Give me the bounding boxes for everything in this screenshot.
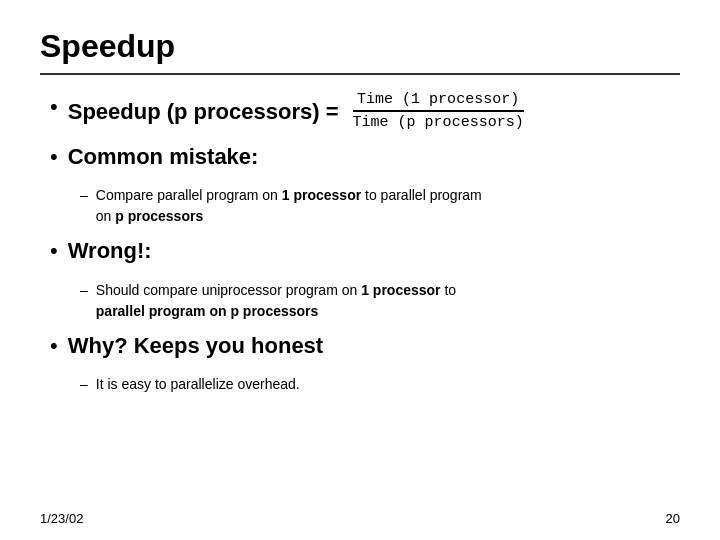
bullet-wrong: • Wrong!: bbox=[50, 237, 680, 266]
formula-denominator: Time (p processors) bbox=[353, 114, 524, 131]
slide: Speedup • Speedup (p processors) = Time … bbox=[0, 0, 720, 540]
sub-dash-3: – bbox=[80, 374, 88, 395]
slide-title: Speedup bbox=[40, 28, 680, 65]
should-compare-text: Should compare uniprocessor program on 1… bbox=[96, 280, 456, 322]
bullet-common-mistake: • Common mistake: bbox=[50, 143, 680, 172]
sub-bullet-should-compare: – Should compare uniprocessor program on… bbox=[80, 280, 680, 322]
common-mistake-text: Common mistake: bbox=[68, 143, 259, 172]
slide-footer: 1/23/02 20 bbox=[40, 511, 680, 526]
bullet-why: • Why? Keeps you honest bbox=[50, 332, 680, 361]
bullet-speedup-definition: • Speedup (p processors) = Time (1 proce… bbox=[50, 93, 680, 133]
title-section: Speedup bbox=[40, 28, 680, 75]
formula-numerator: Time (1 processor) bbox=[357, 91, 519, 108]
bullet-dot-4: • bbox=[50, 332, 58, 361]
footer-date: 1/23/02 bbox=[40, 511, 83, 526]
easy-parallelize-text: It is easy to parallelize overhead. bbox=[96, 374, 300, 395]
footer-page: 20 bbox=[666, 511, 680, 526]
sub-bullet-easy-parallelize: – It is easy to parallelize overhead. bbox=[80, 374, 680, 395]
formula-divider bbox=[353, 110, 524, 112]
wrong-text: Wrong!: bbox=[68, 237, 152, 266]
sub-bullet-compare-parallel: – Compare parallel program on 1 processo… bbox=[80, 185, 680, 227]
compare-parallel-text: Compare parallel program on 1 processor … bbox=[96, 185, 482, 227]
bullet-why-section: • Why? Keeps you honest – It is easy to … bbox=[50, 332, 680, 396]
sub-dash-1: – bbox=[80, 185, 88, 206]
why-text: Why? Keeps you honest bbox=[68, 332, 323, 361]
bullet-dot-1: • bbox=[50, 93, 58, 122]
sub-dash-2: – bbox=[80, 280, 88, 301]
bullet-common-mistake-section: • Common mistake: – Compare parallel pro… bbox=[50, 143, 680, 228]
bullet-wrong-section: • Wrong!: – Should compare uniprocessor … bbox=[50, 237, 680, 322]
slide-content: • Speedup (p processors) = Time (1 proce… bbox=[40, 93, 680, 395]
speedup-formula: Time (1 processor) Time (p processors) bbox=[353, 91, 524, 131]
speedup-definition-text: Speedup (p processors) = bbox=[68, 98, 345, 127]
bullet-dot-2: • bbox=[50, 143, 58, 172]
bullet-dot-3: • bbox=[50, 237, 58, 266]
